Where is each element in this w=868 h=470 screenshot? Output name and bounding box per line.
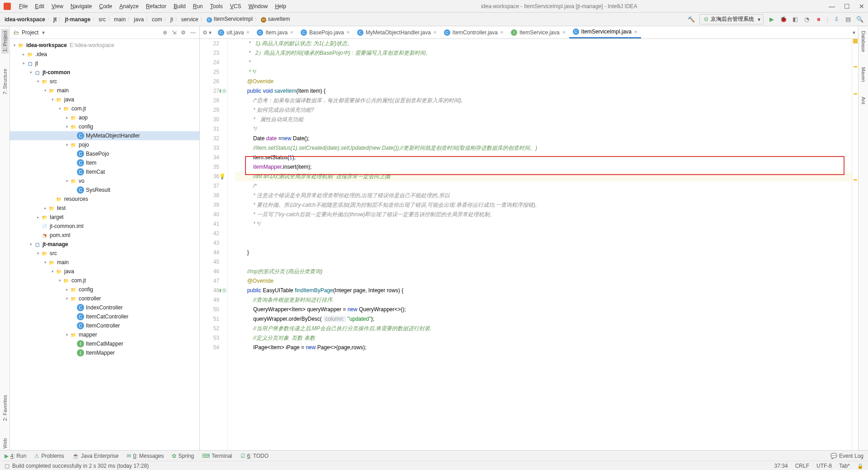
tree-item[interactable]: com.jt [10,276,199,285]
maximize-icon[interactable]: ☐ [844,3,850,10]
close-tab-icon[interactable]: ✕ [562,30,566,35]
tree-item[interactable]: test [10,204,199,213]
tree-item[interactable]: src [10,249,199,258]
tree-arrow-icon[interactable] [57,278,62,283]
tree-root[interactable]: idea-workspaceE:\idea-workspace [10,41,199,50]
bottom-tab[interactable]: ☕Java Enterprise [72,453,118,459]
tree-arrow-icon[interactable] [21,61,26,66]
breadcrumb-item[interactable]: jt [170,16,173,23]
close-tab-icon[interactable]: ✕ [433,30,437,35]
tree-item[interactable]: jt-manage [10,240,199,249]
tree-arrow-icon[interactable] [50,97,55,102]
tree-arrow-icon[interactable] [35,251,41,256]
breadcrumb-item[interactable]: com [152,16,162,23]
tree-item[interactable]: src [10,77,199,86]
tab-favorites[interactable]: 2: Favorites [1,393,9,423]
tree-item[interactable]: controller [10,294,199,303]
readonly-lock-icon[interactable] [857,463,863,469]
minimize-icon[interactable]: — [829,3,835,10]
tree-arrow-icon[interactable] [28,242,33,247]
menu-vcs[interactable]: VCS [226,3,245,9]
breadcrumb-item[interactable]: jt-manage [65,16,90,23]
tab-database[interactable]: Database [860,29,867,54]
debug-icon[interactable]: 🐞 [780,16,787,23]
status-icon[interactable]: ▢ [5,463,9,469]
tree-item[interactable]: ItemController [10,321,199,330]
file-encoding[interactable]: UTF-8 [816,463,832,469]
tree-arrow-icon[interactable] [42,260,48,265]
tree-item[interactable]: config [10,122,199,131]
gear-icon[interactable]: ⚙ [181,29,186,36]
build-hammer-icon[interactable]: 🔨 [688,16,695,23]
close-icon[interactable]: ✕ [859,3,864,10]
tree-arrow-icon[interactable] [64,124,70,129]
close-tab-icon[interactable]: ✕ [290,30,293,35]
inspection-indicator-icon[interactable] [853,39,858,43]
editor-tab[interactable]: CBasePojo.java✕ [297,26,354,38]
breadcrumb-item[interactable]: idea-workspace [5,16,45,23]
code-editor[interactable]: 222324252627⬆ⓞ282930313233343536💡3738394… [200,39,858,450]
menu-refactor[interactable]: Refactor [142,3,170,9]
error-stripe[interactable] [852,39,858,450]
tree-arrow-icon[interactable] [28,70,33,75]
close-tab-icon[interactable]: ✕ [346,30,350,35]
breadcrumb-item[interactable]: src [99,16,106,23]
tree-item[interactable]: .idea [10,50,199,59]
close-tab-icon[interactable]: ✕ [246,30,250,35]
tree-item[interactable]: IndexController [10,303,199,312]
warning-marker[interactable] [854,179,857,180]
tree-item[interactable]: config [10,285,199,294]
bottom-tab[interactable]: ✿Spring [172,453,194,459]
menu-navigate[interactable]: Navigate [67,3,95,9]
tree-item[interactable]: com.jt [10,104,199,113]
collapse-all-icon[interactable]: ⇲ [172,29,176,36]
editor-tab[interactable]: IItemService.java✕ [507,26,569,38]
tree-item[interactable]: BasePojo [10,149,199,158]
vcs-update-icon[interactable]: ⇩ [833,16,840,23]
project-panel-title[interactable]: Project [19,28,41,37]
run-coverage-icon[interactable]: ◧ [792,16,799,23]
tree-arrow-icon[interactable] [64,142,70,147]
tree-item[interactable]: pojo [10,140,199,149]
tab-ant[interactable]: Ant [860,95,867,106]
project-structure-icon[interactable]: ▤ [844,16,852,23]
tree-item[interactable]: SysResult [10,185,199,195]
tree-item[interactable]: java [10,95,199,104]
tree-arrow-icon[interactable] [21,52,26,57]
menu-file[interactable]: File [15,3,31,9]
event-log-tab[interactable]: 💬Event Log [830,453,863,459]
menu-run[interactable]: Run [189,3,207,9]
run-icon[interactable]: ▶ [768,16,775,23]
bottom-tab[interactable]: ▶4: Run [5,453,26,459]
tree-item[interactable]: jt [10,59,199,68]
run-config-selector[interactable]: ⯐ 京淘后台管理系统 [699,14,764,24]
tree-item[interactable]: mapper [10,330,199,339]
stop-icon[interactable]: ■ [815,16,822,23]
tree-arrow-icon[interactable] [35,215,41,219]
tab-web[interactable]: Web [1,437,9,450]
tree-arrow-icon[interactable] [64,296,70,301]
bottom-tab[interactable]: ☑6: TODO [241,453,269,459]
tree-item[interactable]: jt-common [10,68,199,77]
breadcrumb-item[interactable]: ItemServiceImpl [207,16,253,23]
menu-tools[interactable]: Tools [207,3,226,9]
editor-gear-icon[interactable]: ⚙ ▾ [203,29,212,36]
bottom-tab[interactable]: ✉0: Messages [127,453,164,459]
tree-item[interactable]: resources [10,195,199,204]
tree-item[interactable]: Item [10,158,199,167]
tabs-overflow-icon[interactable]: ▾ [853,29,855,36]
profile-icon[interactable]: ◔ [803,16,811,23]
indent-info[interactable]: Tab* [839,463,850,469]
line-separator[interactable]: CRLF [795,463,809,469]
breadcrumb-item[interactable]: main [114,16,126,23]
editor-tab[interactable]: CItemServiceImpl.java✕ [569,26,641,38]
tree-arrow-icon[interactable] [50,269,55,274]
tree-item[interactable]: main [10,258,199,267]
breadcrumb-item[interactable]: saveItem [261,16,290,23]
menu-edit[interactable]: Edit [31,3,48,9]
tree-item[interactable]: vo [10,176,199,185]
project-tree[interactable]: idea-workspaceE:\idea-workspace.ideajtjt… [10,39,199,450]
tree-arrow-icon[interactable] [64,332,70,337]
menu-analyze[interactable]: Analyze [116,3,142,9]
tab-project[interactable]: 1: Project [1,29,9,53]
